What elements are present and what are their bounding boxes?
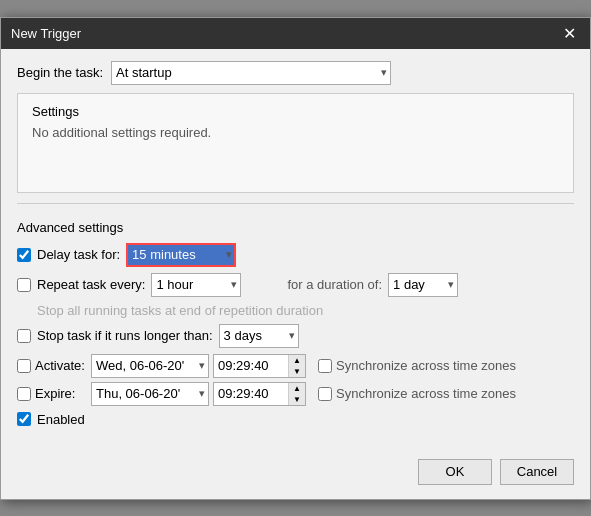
stop-task-select-wrapper[interactable]: 3 days 1 hour 1 day — [219, 324, 299, 348]
repeat-task-select[interactable]: 1 hour 30 minutes 1 day — [151, 273, 241, 297]
title-bar: New Trigger ✕ — [1, 18, 590, 49]
activate-sync-checkbox[interactable] — [318, 359, 332, 373]
delay-task-checkbox[interactable] — [17, 248, 31, 262]
begin-task-label: Begin the task: — [17, 65, 103, 80]
expire-time-spin[interactable]: ▲ ▼ — [213, 382, 306, 406]
delay-task-label: Delay task for: — [37, 247, 120, 262]
activate-time-spin[interactable]: ▲ ▼ — [213, 354, 306, 378]
new-trigger-dialog: New Trigger ✕ Begin the task: At startup… — [0, 17, 591, 500]
duration-label: for a duration of: — [287, 277, 382, 292]
repeat-task-row: Repeat task every: 1 hour 30 minutes 1 d… — [17, 273, 574, 297]
activate-checkbox[interactable] — [17, 359, 31, 373]
expire-date-select[interactable]: Thu, 06-06-20' — [91, 382, 209, 406]
expire-sync-row: Synchronize across time zones — [318, 386, 516, 401]
stop-task-checkbox[interactable] — [17, 329, 31, 343]
advanced-settings-section: Advanced settings Delay task for: 15 min… — [17, 212, 574, 437]
activate-sync-label: Synchronize across time zones — [336, 358, 516, 373]
expire-label: Expire: — [35, 386, 87, 401]
separator — [17, 203, 574, 204]
expire-sync-checkbox[interactable] — [318, 387, 332, 401]
activate-date-wrapper[interactable]: Wed, 06-06-20' — [91, 354, 209, 378]
stop-all-row: Stop all running tasks at end of repetit… — [17, 303, 574, 318]
expire-time-input[interactable] — [214, 383, 288, 405]
stop-task-label: Stop task if it runs longer than: — [37, 328, 213, 343]
enabled-label: Enabled — [37, 412, 85, 427]
activate-label: Activate: — [35, 358, 87, 373]
activate-date-select[interactable]: Wed, 06-06-20' — [91, 354, 209, 378]
settings-title: Settings — [32, 104, 559, 119]
expire-row: Expire: Thu, 06-06-20' ▲ ▼ Synchronize a… — [17, 382, 574, 406]
stop-task-row: Stop task if it runs longer than: 3 days… — [17, 324, 574, 348]
expire-date-wrapper[interactable]: Thu, 06-06-20' — [91, 382, 209, 406]
activate-time-down[interactable]: ▼ — [289, 366, 305, 377]
expire-spin-arrows: ▲ ▼ — [288, 383, 305, 405]
activate-spin-arrows: ▲ ▼ — [288, 355, 305, 377]
expire-time-up[interactable]: ▲ — [289, 383, 305, 394]
expire-sync-label: Synchronize across time zones — [336, 386, 516, 401]
duration-select-wrapper[interactable]: 1 day 1 hour Indefinitely — [388, 273, 458, 297]
repeat-task-checkbox[interactable] — [17, 278, 31, 292]
activate-sync-row: Synchronize across time zones — [318, 358, 516, 373]
no-settings-text: No additional settings required. — [32, 125, 559, 140]
begin-task-row: Begin the task: At startup On a schedule… — [17, 61, 574, 85]
activate-row: Activate: Wed, 06-06-20' ▲ ▼ Synchronize… — [17, 354, 574, 378]
delay-task-row: Delay task for: 15 minutes 30 minutes 1 … — [17, 243, 574, 267]
ok-button[interactable]: OK — [418, 459, 492, 485]
stop-task-select[interactable]: 3 days 1 hour 1 day — [219, 324, 299, 348]
dialog-footer: OK Cancel — [1, 449, 590, 499]
settings-section: Settings No additional settings required… — [17, 93, 574, 193]
activate-time-input[interactable] — [214, 355, 288, 377]
dialog-title: New Trigger — [11, 26, 81, 41]
begin-task-select-wrapper[interactable]: At startup On a schedule At log on On an… — [111, 61, 391, 85]
close-button[interactable]: ✕ — [559, 24, 580, 43]
stop-all-label: Stop all running tasks at end of repetit… — [37, 303, 323, 318]
activate-time-up[interactable]: ▲ — [289, 355, 305, 366]
enabled-checkbox[interactable] — [17, 412, 31, 426]
advanced-title: Advanced settings — [17, 220, 574, 235]
enabled-row: Enabled — [17, 412, 574, 427]
dialog-content: Begin the task: At startup On a schedule… — [1, 49, 590, 449]
cancel-button[interactable]: Cancel — [500, 459, 574, 485]
expire-checkbox[interactable] — [17, 387, 31, 401]
delay-task-select[interactable]: 15 minutes 30 minutes 1 hour 2 hours — [126, 243, 236, 267]
repeat-task-label: Repeat task every: — [37, 277, 145, 292]
repeat-select-wrapper[interactable]: 1 hour 30 minutes 1 day — [151, 273, 241, 297]
duration-select[interactable]: 1 day 1 hour Indefinitely — [388, 273, 458, 297]
expire-time-down[interactable]: ▼ — [289, 394, 305, 405]
delay-select-wrapper[interactable]: 15 minutes 30 minutes 1 hour 2 hours — [126, 243, 236, 267]
begin-task-select[interactable]: At startup On a schedule At log on On an… — [111, 61, 391, 85]
